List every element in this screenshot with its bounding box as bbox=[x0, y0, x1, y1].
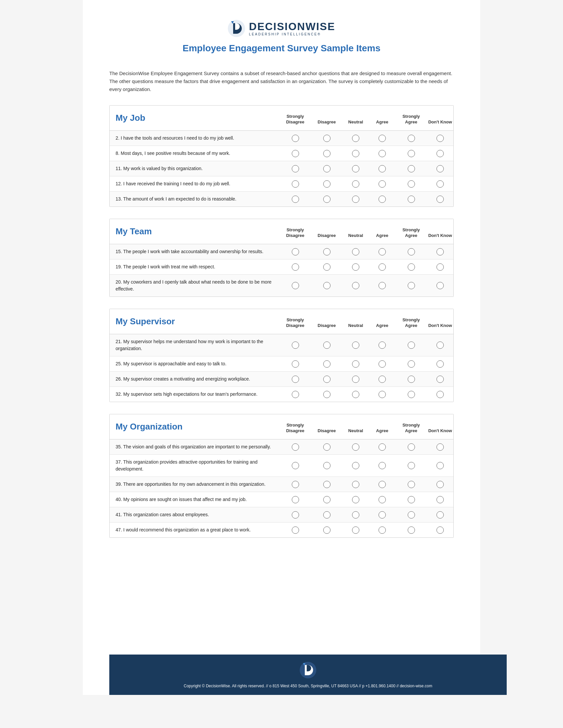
radio-button[interactable] bbox=[437, 481, 444, 488]
radio-cell-r0-c1[interactable] bbox=[311, 248, 343, 255]
radio-cell-r4-c5[interactable] bbox=[427, 196, 453, 203]
radio-button[interactable] bbox=[292, 462, 299, 469]
radio-button[interactable] bbox=[352, 391, 359, 398]
radio-cell-r3-c1[interactable] bbox=[311, 496, 343, 503]
radio-button[interactable] bbox=[292, 282, 299, 289]
radio-cell-r4-c4[interactable] bbox=[396, 196, 427, 203]
radio-button[interactable] bbox=[379, 462, 386, 469]
radio-button[interactable] bbox=[379, 496, 386, 503]
radio-button[interactable] bbox=[352, 462, 359, 469]
radio-button[interactable] bbox=[292, 165, 299, 172]
radio-cell-r0-c3[interactable] bbox=[369, 248, 396, 255]
radio-cell-r1-c1[interactable] bbox=[311, 360, 343, 368]
radio-cell-r0-c3[interactable] bbox=[369, 443, 396, 451]
radio-cell-r1-c4[interactable] bbox=[396, 462, 427, 469]
radio-button[interactable] bbox=[292, 341, 299, 349]
radio-cell-r0-c4[interactable] bbox=[396, 443, 427, 451]
radio-cell-r1-c4[interactable] bbox=[396, 150, 427, 157]
radio-cell-r1-c3[interactable] bbox=[369, 360, 396, 368]
radio-cell-r1-c2[interactable] bbox=[343, 360, 369, 368]
radio-cell-r3-c4[interactable] bbox=[396, 391, 427, 398]
radio-button[interactable] bbox=[352, 511, 359, 519]
radio-button[interactable] bbox=[408, 282, 415, 289]
radio-button[interactable] bbox=[408, 496, 415, 503]
radio-cell-r1-c3[interactable] bbox=[369, 263, 396, 271]
radio-cell-r3-c0[interactable] bbox=[279, 391, 311, 398]
radio-cell-r4-c5[interactable] bbox=[427, 511, 453, 519]
radio-button[interactable] bbox=[323, 196, 331, 203]
radio-cell-r5-c1[interactable] bbox=[311, 526, 343, 534]
radio-cell-r4-c3[interactable] bbox=[369, 511, 396, 519]
radio-button[interactable] bbox=[292, 496, 299, 503]
radio-button[interactable] bbox=[323, 360, 331, 368]
radio-button[interactable] bbox=[437, 462, 444, 469]
radio-cell-r1-c0[interactable] bbox=[279, 150, 311, 157]
radio-button[interactable] bbox=[352, 481, 359, 488]
radio-cell-r4-c0[interactable] bbox=[279, 196, 311, 203]
radio-cell-r1-c1[interactable] bbox=[311, 263, 343, 271]
radio-cell-r1-c4[interactable] bbox=[396, 263, 427, 271]
radio-button[interactable] bbox=[292, 391, 299, 398]
radio-cell-r3-c0[interactable] bbox=[279, 180, 311, 188]
radio-cell-r2-c5[interactable] bbox=[427, 282, 453, 289]
radio-cell-r4-c3[interactable] bbox=[369, 196, 396, 203]
radio-button[interactable] bbox=[323, 248, 331, 255]
radio-cell-r0-c4[interactable] bbox=[396, 135, 427, 142]
radio-cell-r5-c5[interactable] bbox=[427, 526, 453, 534]
radio-button[interactable] bbox=[437, 196, 444, 203]
radio-cell-r2-c2[interactable] bbox=[343, 376, 369, 383]
radio-button[interactable] bbox=[352, 135, 359, 142]
radio-cell-r0-c5[interactable] bbox=[427, 135, 453, 142]
radio-cell-r2-c1[interactable] bbox=[311, 282, 343, 289]
radio-button[interactable] bbox=[379, 248, 386, 255]
radio-button[interactable] bbox=[323, 496, 331, 503]
radio-button[interactable] bbox=[352, 443, 359, 451]
radio-button[interactable] bbox=[323, 282, 331, 289]
radio-button[interactable] bbox=[323, 526, 331, 534]
radio-cell-r1-c5[interactable] bbox=[427, 360, 453, 368]
radio-button[interactable] bbox=[379, 443, 386, 451]
radio-cell-r2-c4[interactable] bbox=[396, 481, 427, 488]
radio-cell-r0-c1[interactable] bbox=[311, 443, 343, 451]
radio-cell-r1-c0[interactable] bbox=[279, 360, 311, 368]
radio-cell-r0-c1[interactable] bbox=[311, 341, 343, 349]
radio-cell-r3-c2[interactable] bbox=[343, 180, 369, 188]
radio-cell-r2-c4[interactable] bbox=[396, 376, 427, 383]
radio-cell-r2-c2[interactable] bbox=[343, 282, 369, 289]
radio-button[interactable] bbox=[437, 341, 444, 349]
radio-button[interactable] bbox=[352, 341, 359, 349]
radio-cell-r0-c2[interactable] bbox=[343, 248, 369, 255]
radio-cell-r1-c0[interactable] bbox=[279, 462, 311, 469]
radio-cell-r3-c2[interactable] bbox=[343, 496, 369, 503]
radio-button[interactable] bbox=[408, 511, 415, 519]
radio-cell-r2-c5[interactable] bbox=[427, 376, 453, 383]
radio-cell-r3-c3[interactable] bbox=[369, 391, 396, 398]
radio-button[interactable] bbox=[323, 135, 331, 142]
radio-button[interactable] bbox=[352, 376, 359, 383]
radio-button[interactable] bbox=[408, 360, 415, 368]
radio-button[interactable] bbox=[437, 165, 444, 172]
radio-cell-r3-c3[interactable] bbox=[369, 496, 396, 503]
radio-cell-r3-c1[interactable] bbox=[311, 180, 343, 188]
radio-button[interactable] bbox=[379, 135, 386, 142]
radio-button[interactable] bbox=[437, 376, 444, 383]
radio-button[interactable] bbox=[408, 526, 415, 534]
radio-button[interactable] bbox=[292, 248, 299, 255]
radio-button[interactable] bbox=[292, 511, 299, 519]
radio-button[interactable] bbox=[379, 481, 386, 488]
radio-cell-r5-c3[interactable] bbox=[369, 526, 396, 534]
radio-cell-r4-c0[interactable] bbox=[279, 511, 311, 519]
radio-cell-r0-c1[interactable] bbox=[311, 135, 343, 142]
radio-cell-r4-c4[interactable] bbox=[396, 511, 427, 519]
radio-cell-r2-c1[interactable] bbox=[311, 481, 343, 488]
radio-cell-r3-c4[interactable] bbox=[396, 496, 427, 503]
radio-cell-r2-c1[interactable] bbox=[311, 376, 343, 383]
radio-cell-r1-c1[interactable] bbox=[311, 462, 343, 469]
radio-cell-r0-c0[interactable] bbox=[279, 341, 311, 349]
radio-cell-r1-c3[interactable] bbox=[369, 150, 396, 157]
radio-button[interactable] bbox=[379, 263, 386, 271]
radio-button[interactable] bbox=[379, 150, 386, 157]
radio-button[interactable] bbox=[408, 376, 415, 383]
radio-cell-r1-c0[interactable] bbox=[279, 263, 311, 271]
radio-button[interactable] bbox=[437, 282, 444, 289]
